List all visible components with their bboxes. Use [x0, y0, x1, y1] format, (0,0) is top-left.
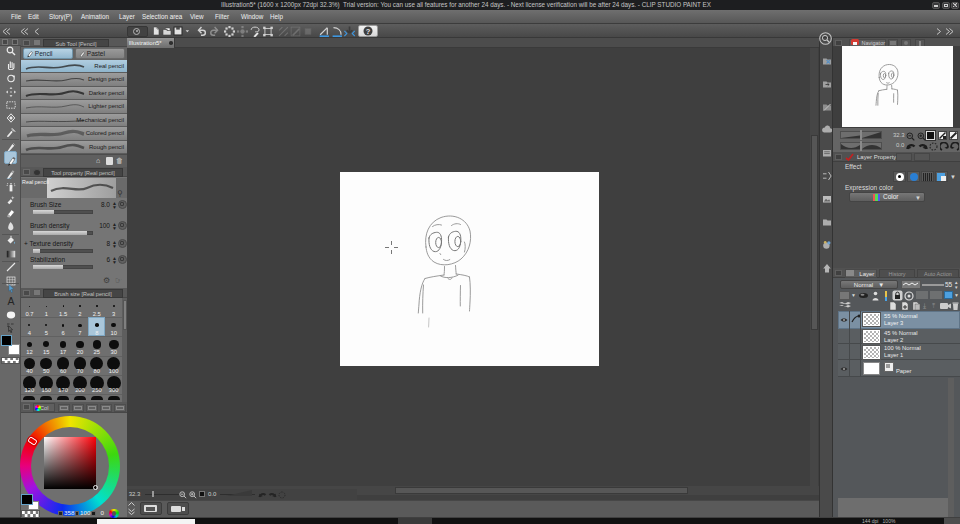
svg-text:A: A — [7, 296, 14, 306]
svg-text:?: ? — [366, 27, 371, 36]
